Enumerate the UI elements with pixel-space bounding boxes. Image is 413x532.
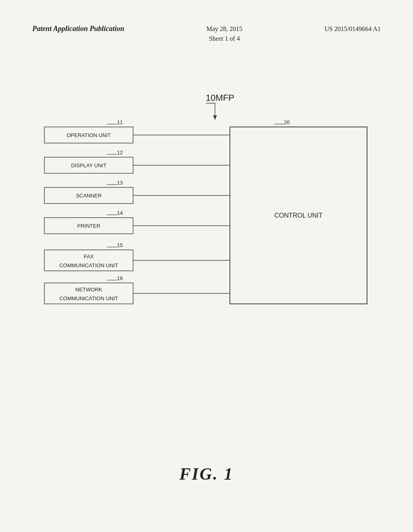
label-display-unit: DISPLAY UNIT [71,162,106,168]
label-operation-unit: OPERATION UNIT [67,132,111,138]
ref-16: 16 [117,275,123,281]
label-control-unit: CONTROL UNIT [274,212,323,219]
publication-title: Patent Application Publication [32,24,124,33]
ref-11: 11 [117,119,123,125]
ref-13: 13 [117,180,123,186]
label-fax-unit-2: COMMUNICATION UNIT [59,262,118,268]
label-printer: PRINTER [77,223,100,229]
ref-14: 14 [117,210,123,216]
figure-caption: FIG. 1 [0,464,413,484]
header: Patent Application Publication May 28, 2… [0,24,413,44]
mfp-label: 10MFP [206,93,234,103]
mfp-arrow-head [213,115,217,120]
label-network-unit-1: NETWORK [75,287,102,293]
publication-number: US 2015/0149664 A1 [324,24,381,34]
publication-date-sheet: May 28, 2015 Sheet 1 of 4 [206,24,242,44]
diagram-area: 10MFP 11 OPERATION UNIT 12 DISPLAY UNIT … [32,89,381,419]
ref-15: 15 [117,242,123,248]
label-fax-unit-1: FAX [84,254,94,260]
diagram-svg: 10MFP 11 OPERATION UNIT 12 DISPLAY UNIT … [32,89,381,419]
page: Patent Application Publication May 28, 2… [0,0,413,532]
ref-20: 20 [284,119,290,125]
ref-12: 12 [117,150,123,156]
label-scanner: SCANNER [76,193,102,199]
label-network-unit-2: COMMUNICATION UNIT [59,295,118,301]
